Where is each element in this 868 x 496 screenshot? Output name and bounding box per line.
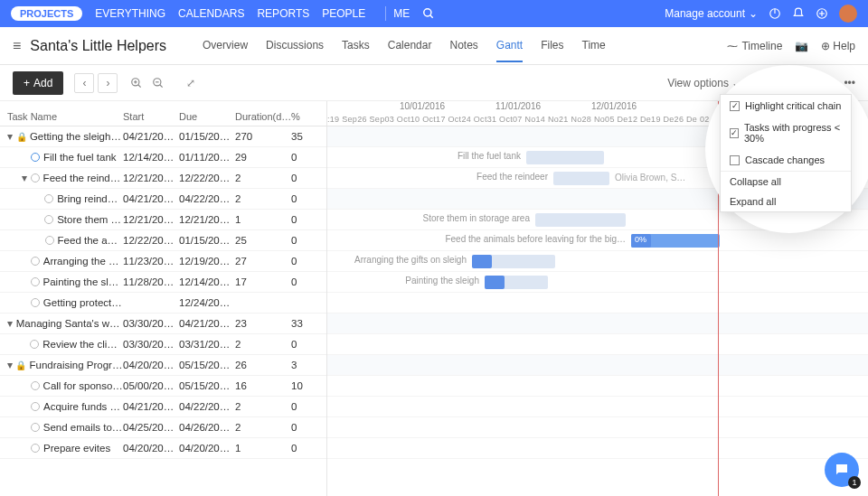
nav-people[interactable]: PEOPLE bbox=[322, 7, 365, 20]
table-row[interactable]: ▾🔒Getting the sleigh … 04/21/20… 01/15/2… bbox=[0, 126, 326, 147]
camera-icon[interactable]: 📷 bbox=[795, 40, 808, 52]
cell-start: 05/00/20… bbox=[123, 380, 179, 391]
task-name: Prepare evites bbox=[43, 443, 110, 454]
add-button[interactable]: +Add bbox=[13, 71, 63, 95]
plus-icon[interactable] bbox=[816, 7, 828, 20]
gantt-bar[interactable]: Store them in storage area bbox=[535, 213, 626, 227]
caret-down-icon[interactable]: ▾ bbox=[7, 359, 15, 371]
table-row[interactable]: ▾🔒Fundraising Progra… 04/20/20… 05/15/20… bbox=[0, 355, 326, 376]
tab-tasks[interactable]: Tasks bbox=[342, 30, 370, 62]
nav-projects[interactable]: PROJECTS bbox=[11, 6, 82, 21]
prev-arrow[interactable]: ‹ bbox=[74, 73, 94, 93]
cell-duration: 27 bbox=[235, 256, 291, 267]
gantt-bar[interactable]: Arranging the gifts on sleigh bbox=[472, 255, 555, 268]
table-row[interactable]: Feed the ani… 12/22/20… 01/15/20… 25 0 bbox=[0, 230, 326, 251]
status-circle-icon[interactable] bbox=[31, 277, 40, 286]
table-row[interactable]: Getting protecti… 12/24/20… bbox=[0, 293, 326, 314]
cell-start: 12/22/20… bbox=[123, 235, 179, 246]
status-circle-icon[interactable] bbox=[30, 340, 39, 349]
expand-icon[interactable]: ⤢ bbox=[186, 77, 195, 89]
status-circle-icon[interactable] bbox=[31, 257, 40, 266]
gantt-bar[interactable]: Feed the animals before leaving for the … bbox=[631, 234, 720, 248]
tab-files[interactable]: Files bbox=[541, 30, 563, 62]
cell-due: 05/15/20… bbox=[179, 380, 235, 391]
status-circle-icon[interactable] bbox=[45, 236, 54, 245]
status-circle-icon[interactable] bbox=[44, 215, 53, 224]
task-name: Fundraising Progra… bbox=[29, 360, 123, 370]
table-row[interactable]: ▾Feed the reinde… 12/21/20… 12/22/20… 2 … bbox=[0, 168, 326, 189]
opt-expand-all[interactable]: Expand all bbox=[721, 192, 851, 211]
timeline-button[interactable]: ⁓Timeline bbox=[727, 40, 782, 52]
search-icon[interactable] bbox=[422, 7, 435, 20]
table-row[interactable]: Prepare evites 04/20/20… 04/20/20… 1 0 bbox=[0, 438, 326, 459]
tab-overview[interactable]: Overview bbox=[203, 30, 248, 62]
table-row[interactable]: Bring reindee… 04/21/20… 04/22/20… 2 0 bbox=[0, 189, 326, 210]
opt-collapse-all[interactable]: Collapse all bbox=[721, 172, 851, 192]
bell-icon[interactable] bbox=[792, 7, 805, 20]
opt-highlight-critical[interactable]: ✓Highlight critical chain bbox=[721, 95, 851, 117]
project-header: ≡ Santa's Little Helpers Overview Discus… bbox=[0, 27, 868, 65]
tab-calendar[interactable]: Calendar bbox=[388, 30, 432, 62]
tab-time[interactable]: Time bbox=[582, 30, 606, 62]
zoom-in-icon[interactable] bbox=[130, 77, 143, 89]
cell-duration: 23 bbox=[235, 318, 291, 329]
table-row[interactable]: Call for sponsor… 05/00/20… 05/15/20… 16… bbox=[0, 376, 326, 397]
table-row[interactable]: Painting the slei… 11/28/20… 12/14/20… 1… bbox=[0, 272, 326, 293]
col-duration[interactable]: Duration(d… bbox=[235, 111, 291, 122]
caret-down-icon[interactable]: ▾ bbox=[7, 317, 16, 330]
chat-button[interactable]: 1 bbox=[825, 453, 859, 487]
col-due[interactable]: Due bbox=[179, 111, 235, 122]
status-circle-icon[interactable] bbox=[31, 423, 40, 432]
col-task-name[interactable]: Task Name bbox=[0, 111, 123, 122]
cell-percent: 0 bbox=[291, 401, 324, 412]
nav-me[interactable]: ME bbox=[393, 7, 410, 20]
tab-notes[interactable]: Notes bbox=[449, 30, 477, 62]
next-arrow[interactable]: › bbox=[98, 73, 118, 93]
table-row[interactable]: Send emails to … 04/25/20… 04/26/20… 2 0 bbox=[0, 417, 326, 438]
top-nav: PROJECTS EVERYTHING CALENDARS REPORTS PE… bbox=[0, 0, 868, 27]
status-circle-icon[interactable] bbox=[31, 153, 40, 162]
nav-everything[interactable]: EVERYTHING bbox=[95, 7, 165, 20]
status-circle-icon[interactable] bbox=[31, 298, 40, 307]
table-row[interactable]: ▾Managing Santa's we… 03/30/20… 04/21/20… bbox=[0, 314, 326, 334]
cell-percent: 3 bbox=[291, 360, 324, 370]
opt-cascade-changes[interactable]: Cascade changes bbox=[721, 149, 851, 172]
power-icon[interactable] bbox=[769, 7, 781, 20]
table-row[interactable]: Acquire funds f… 04/21/20… 04/22/20… 2 0 bbox=[0, 397, 326, 417]
cell-due: 12/22/20… bbox=[179, 173, 235, 183]
gantt-bar[interactable]: Painting the sleigh bbox=[485, 276, 548, 289]
cell-percent: 35 bbox=[291, 131, 324, 142]
tab-gantt[interactable]: Gantt bbox=[496, 30, 523, 62]
nav-calendars[interactable]: CALENDARS bbox=[178, 7, 244, 20]
zoom-out-icon[interactable] bbox=[152, 77, 165, 89]
status-circle-icon[interactable] bbox=[31, 381, 40, 390]
col-start[interactable]: Start bbox=[123, 111, 179, 122]
opt-tasks-progress[interactable]: ✓Tasks with progress < 30% bbox=[721, 117, 851, 149]
avatar[interactable] bbox=[839, 5, 857, 23]
table-row[interactable]: Arranging the g… 11/23/20… 12/19/20… 27 … bbox=[0, 251, 326, 272]
view-options-dropdown[interactable]: View options ⌄ bbox=[667, 77, 741, 89]
col-percent[interactable]: % bbox=[291, 111, 324, 122]
bar-percent: 0% bbox=[635, 235, 646, 244]
menu-icon[interactable]: ≡ bbox=[13, 38, 21, 54]
status-circle-icon[interactable] bbox=[31, 173, 40, 182]
nav-reports[interactable]: REPORTS bbox=[257, 7, 309, 20]
status-circle-icon[interactable] bbox=[44, 194, 53, 203]
table-row[interactable]: Fill the fuel tank 12/14/20… 01/11/20… 2… bbox=[0, 147, 326, 168]
tab-discussions[interactable]: Discussions bbox=[266, 30, 324, 62]
cell-start: 12/21/20… bbox=[123, 173, 179, 183]
gantt-row: Arranging the gifts on sleigh bbox=[327, 251, 868, 272]
gantt-bar[interactable]: Feed the reindeer Olivia Brown, S… bbox=[553, 172, 609, 185]
caret-down-icon[interactable]: ▾ bbox=[22, 172, 31, 184]
status-circle-icon[interactable] bbox=[31, 402, 40, 411]
table-row[interactable]: Review the clien… 03/30/20… 03/31/20… 2 … bbox=[0, 334, 326, 355]
caret-down-icon[interactable]: ▾ bbox=[7, 130, 16, 143]
table-row[interactable]: Store them in… 12/21/20… 12/21/20… 1 0 bbox=[0, 210, 326, 230]
manage-account-link[interactable]: Manage account ⌄ bbox=[665, 7, 758, 20]
gantt-bar[interactable]: Fill the fuel tank bbox=[526, 151, 604, 164]
month-label: 10/01/2016 bbox=[400, 101, 445, 111]
bar-label: Arranging the gifts on sleigh bbox=[354, 255, 467, 265]
help-button[interactable]: ⊕Help bbox=[821, 40, 855, 52]
chat-icon bbox=[834, 462, 850, 478]
status-circle-icon[interactable] bbox=[31, 444, 40, 453]
